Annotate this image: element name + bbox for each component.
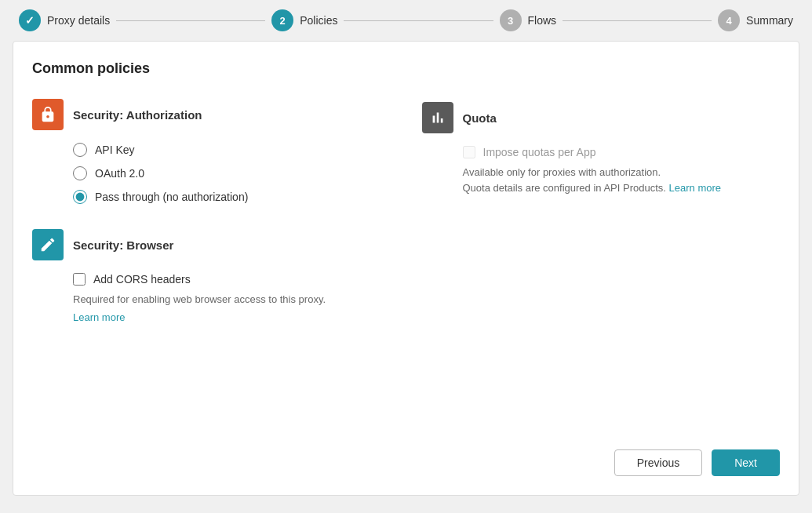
step-number-flows: 3 bbox=[508, 15, 513, 27]
quota-section: Quota Impose quotas per App Available on… bbox=[422, 99, 781, 195]
cors-label: Add CORS headers bbox=[93, 273, 191, 286]
footer-buttons: Previous Next bbox=[614, 449, 780, 476]
step-connector-3 bbox=[563, 20, 712, 21]
bar-chart-icon bbox=[429, 109, 446, 126]
quota-icon bbox=[422, 102, 453, 133]
api-key-radio[interactable] bbox=[73, 143, 87, 157]
step-connector-1 bbox=[116, 20, 265, 21]
quota-title: Quota bbox=[463, 111, 497, 125]
card-title: Common policies bbox=[32, 60, 780, 77]
quota-checkbox-label: Impose quotas per App bbox=[483, 146, 596, 158]
edit-icon bbox=[39, 236, 56, 253]
quota-learn-more-link[interactable]: Learn more bbox=[669, 182, 721, 194]
main-card: Common policies Security: Authorization bbox=[13, 41, 799, 496]
stepper: ✓ Proxy details 2 Policies 3 Flows 4 Sum… bbox=[0, 0, 812, 41]
api-key-label: API Key bbox=[95, 144, 135, 156]
step-circle-proxy-details: ✓ bbox=[19, 9, 41, 31]
policies-content: Security: Authorization API Key OAuth 2.… bbox=[32, 99, 780, 348]
step-circle-policies: 2 bbox=[271, 9, 293, 31]
api-key-option[interactable]: API Key bbox=[73, 143, 391, 157]
security-auth-icon bbox=[32, 99, 64, 130]
cors-checkbox[interactable] bbox=[73, 273, 86, 286]
step-circle-flows: 3 bbox=[500, 9, 522, 31]
step-circle-summary: 4 bbox=[718, 9, 740, 31]
pass-through-label: Pass through (no authorization) bbox=[95, 191, 248, 203]
policy-right: Quota Impose quotas per App Available on… bbox=[422, 99, 781, 348]
oauth2-option[interactable]: OAuth 2.0 bbox=[73, 166, 391, 180]
oauth2-radio[interactable] bbox=[73, 166, 87, 180]
quota-checkbox-option[interactable]: Impose quotas per App bbox=[463, 146, 781, 158]
security-auth-section: Security: Authorization API Key OAuth 2.… bbox=[32, 99, 391, 204]
checkmark-icon: ✓ bbox=[25, 14, 35, 27]
security-browser-title: Security: Browser bbox=[73, 238, 173, 252]
oauth2-label: OAuth 2.0 bbox=[95, 167, 144, 180]
step-flows: 3 Flows bbox=[500, 9, 557, 31]
cors-section: Add CORS headers Required for enabling w… bbox=[32, 273, 391, 323]
step-label-proxy-details: Proxy details bbox=[47, 14, 110, 27]
step-connector-2 bbox=[344, 20, 493, 21]
step-label-summary: Summary bbox=[746, 14, 793, 27]
security-auth-title: Security: Authorization bbox=[73, 108, 202, 122]
step-summary: 4 Summary bbox=[718, 9, 793, 31]
step-number-summary: 4 bbox=[726, 15, 731, 27]
cors-checkbox-option[interactable]: Add CORS headers bbox=[73, 273, 391, 286]
step-label-flows: Flows bbox=[528, 14, 557, 27]
quota-content: Impose quotas per App Available only for… bbox=[422, 146, 781, 195]
step-number-policies: 2 bbox=[280, 15, 286, 27]
policy-left: Security: Authorization API Key OAuth 2.… bbox=[32, 99, 391, 348]
next-button[interactable]: Next bbox=[712, 449, 780, 476]
lock-icon bbox=[39, 106, 56, 123]
quota-description: Available only for proxies with authoriz… bbox=[463, 165, 781, 195]
cors-learn-more-link[interactable]: Learn more bbox=[73, 311, 125, 323]
previous-button[interactable]: Previous bbox=[614, 449, 702, 476]
security-browser-section: Security: Browser Add CORS headers Requi… bbox=[32, 229, 391, 323]
security-auth-header: Security: Authorization bbox=[32, 99, 391, 130]
security-browser-icon bbox=[32, 229, 64, 260]
pass-through-radio[interactable] bbox=[73, 190, 87, 204]
step-policies: 2 Policies bbox=[271, 9, 337, 31]
pass-through-option[interactable]: Pass through (no authorization) bbox=[73, 190, 391, 204]
quota-checkbox[interactable] bbox=[463, 146, 475, 158]
step-proxy-details: ✓ Proxy details bbox=[19, 9, 110, 31]
auth-radio-group: API Key OAuth 2.0 Pass through (no autho… bbox=[32, 143, 391, 204]
cors-description: Required for enabling web browser access… bbox=[73, 292, 391, 307]
step-label-policies: Policies bbox=[300, 14, 337, 27]
security-browser-header: Security: Browser bbox=[32, 229, 391, 260]
quota-header: Quota bbox=[422, 102, 781, 133]
